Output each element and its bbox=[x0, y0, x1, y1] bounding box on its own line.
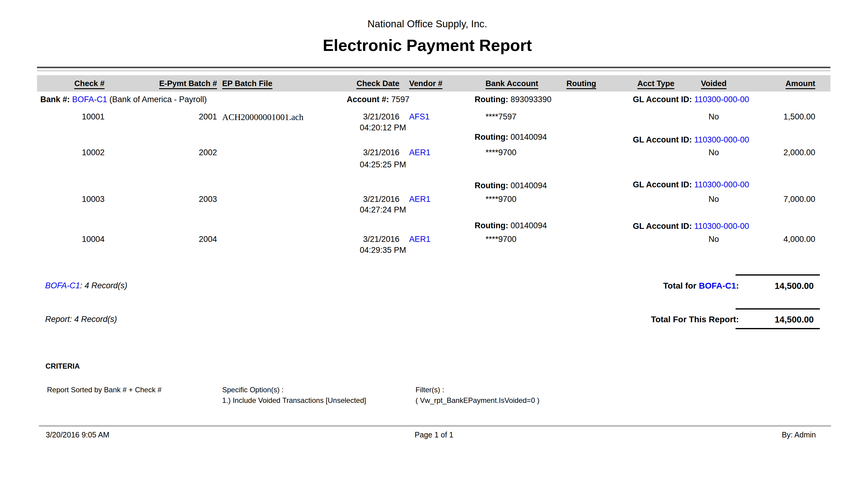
table-row-time: 04:29:35 PM bbox=[0, 245, 868, 258]
col-header-amount: Amount bbox=[752, 75, 815, 92]
table-row: 10003 2003 3/21/2016 AER1 ****9700 No 7,… bbox=[0, 194, 868, 207]
gl-account-link[interactable]: 110300-000-00 bbox=[694, 180, 749, 189]
report-total-label: Total For This Report: bbox=[603, 315, 739, 324]
row-routing: Routing: 00140094 bbox=[475, 221, 547, 231]
vendor-link[interactable]: AER1 bbox=[409, 235, 452, 244]
row-gl-account: GL Account ID: 110300-000-00 bbox=[633, 135, 749, 145]
check-date: 3/21/2016 bbox=[327, 148, 399, 157]
report-title: Electronic Payment Report bbox=[0, 36, 855, 55]
check-number: 10002 bbox=[42, 148, 104, 157]
col-header-check-date: Check Date bbox=[327, 75, 399, 92]
criteria-filters-label: Filter(s) : bbox=[415, 386, 444, 394]
voided-flag: No bbox=[694, 235, 734, 244]
voided-flag: No bbox=[694, 148, 734, 157]
table-row: 10002 2002 3/21/2016 AER1 ****9700 No 2,… bbox=[0, 148, 868, 160]
col-header-acct-type: Acct Type bbox=[638, 75, 680, 92]
footer-page-number: Page 1 of 1 bbox=[0, 430, 868, 439]
bank-name: (Bank of America - Payroll) bbox=[107, 95, 207, 104]
total-rule-top bbox=[736, 274, 820, 276]
account-number: Account #: 7597 bbox=[347, 95, 409, 104]
group-record-count: BOFA-C1: 4 Record(s) bbox=[45, 281, 127, 291]
check-time: 04:20:12 PM bbox=[327, 123, 406, 132]
group-total-row: BOFA-C1: 4 Record(s) Total for BOFA-C1: … bbox=[0, 281, 868, 293]
check-time: 04:27:24 PM bbox=[327, 205, 406, 215]
table-row-time: 04:25:25 PM bbox=[0, 160, 868, 172]
bank-account: ****9700 bbox=[486, 148, 555, 157]
col-header-routing: Routing bbox=[566, 75, 603, 92]
bank-account: ****7597 bbox=[486, 112, 555, 122]
divider-dark bbox=[37, 67, 830, 68]
check-number: 10003 bbox=[42, 194, 104, 204]
bank-account: ****9700 bbox=[486, 194, 555, 204]
footer-divider bbox=[39, 425, 831, 427]
criteria-options-label: Specific Option(s) : bbox=[222, 386, 284, 394]
voided-flag: No bbox=[694, 194, 734, 204]
criteria-heading: CRITERIA bbox=[45, 362, 80, 370]
row-routing-line: Routing: 00140094 GL Account ID: 110300-… bbox=[0, 221, 868, 233]
amount: 7,000.00 bbox=[752, 194, 815, 204]
col-header-batch: E-Pymt Batch # bbox=[146, 75, 217, 92]
footer: 3/20/2016 9:05 AM Page 1 of 1 By: Admin bbox=[0, 430, 868, 443]
divider-light bbox=[37, 70, 830, 71]
footer-run-by: By: Admin bbox=[740, 430, 816, 439]
report-total-row: Report: 4 Record(s) Total For This Repor… bbox=[0, 315, 868, 327]
vendor-link[interactable]: AER1 bbox=[409, 194, 452, 204]
report-total-amount: 14,500.00 bbox=[752, 315, 814, 325]
col-header-voided: Voided bbox=[694, 75, 734, 92]
batch-number: 2001 bbox=[146, 112, 217, 122]
company-name: National Office Supply, Inc. bbox=[0, 18, 855, 30]
criteria-row: 1.) Include Voided Transactions [Unselec… bbox=[0, 396, 868, 408]
col-header-vendor: Vendor # bbox=[409, 75, 452, 92]
amount: 4,000.00 bbox=[752, 235, 815, 244]
table-row: 10001 2001 ACH20000001001.ach 3/21/2016 … bbox=[0, 112, 868, 124]
check-time: 04:25:25 PM bbox=[327, 160, 406, 170]
bank-label: Bank #: bbox=[40, 95, 70, 104]
gl-account-link[interactable]: 110300-000-00 bbox=[694, 135, 749, 144]
batch-number: 2003 bbox=[146, 194, 217, 204]
table-row: 10004 2004 3/21/2016 AER1 ****9700 No 4,… bbox=[0, 235, 868, 247]
voided-flag: No bbox=[694, 112, 734, 122]
bank-routing: Routing: 893093390 bbox=[475, 95, 552, 104]
check-number: 10004 bbox=[42, 235, 104, 244]
bank-code-link[interactable]: BOFA-C1 bbox=[72, 95, 107, 104]
criteria-row: Report Sorted by Bank # + Check # Specif… bbox=[0, 386, 868, 398]
batch-number: 2002 bbox=[146, 148, 217, 157]
report-record-count: Report: 4 Record(s) bbox=[45, 315, 117, 324]
col-header-check: Check # bbox=[42, 75, 104, 92]
group-code-link[interactable]: BOFA-C1 bbox=[45, 281, 80, 290]
bank-account: ****9700 bbox=[486, 235, 555, 244]
bank-group-header: Bank #: BOFA-C1 (Bank of America - Payro… bbox=[0, 95, 868, 107]
table-row-time: 04:27:24 PM bbox=[0, 205, 868, 217]
gl-account: GL Account ID: 110300-000-00 bbox=[633, 95, 749, 104]
gl-account-link[interactable]: 110300-000-00 bbox=[694, 221, 749, 231]
row-routing: Routing: 00140094 bbox=[475, 181, 547, 190]
row-routing-line: Routing: 00140094 GL Account ID: 110300-… bbox=[0, 132, 868, 145]
check-date: 3/21/2016 bbox=[327, 194, 399, 204]
vendor-link[interactable]: AFS1 bbox=[409, 112, 452, 122]
batch-number: 2004 bbox=[146, 235, 217, 244]
criteria-sort: Report Sorted by Bank # + Check # bbox=[47, 386, 161, 394]
row-routing: Routing: 00140094 bbox=[475, 132, 547, 142]
table-header-row: Check # E-Pymt Batch # EP Batch File Che… bbox=[0, 75, 868, 92]
total-rule-bottom bbox=[736, 328, 820, 329]
check-date: 3/21/2016 bbox=[327, 235, 399, 244]
total-rule-top bbox=[736, 308, 820, 309]
row-gl-account: GL Account ID: 110300-000-00 bbox=[633, 221, 749, 231]
amount: 1,500.00 bbox=[752, 112, 815, 122]
bank-number: Bank #: BOFA-C1 (Bank of America - Payro… bbox=[40, 95, 207, 104]
group-total-label: Total for BOFA-C1: bbox=[603, 281, 739, 291]
report-page: { "colors": { "link_blue": "#0000EE", "h… bbox=[0, 0, 868, 482]
group-total-amount: 14,500.00 bbox=[752, 281, 814, 291]
criteria-filter-1: ( Vw_rpt_BankEPayment.IsVoided=0 ) bbox=[415, 396, 539, 405]
col-header-bank-account: Bank Account bbox=[486, 75, 555, 92]
row-routing-line: Routing: 00140094 GL Account ID: 110300-… bbox=[0, 180, 868, 192]
amount: 2,000.00 bbox=[752, 148, 815, 157]
group-code-link[interactable]: BOFA-C1 bbox=[699, 281, 736, 291]
criteria-option-1: 1.) Include Voided Transactions [Unselec… bbox=[222, 396, 366, 405]
check-number: 10001 bbox=[42, 112, 104, 122]
check-time: 04:29:35 PM bbox=[327, 245, 406, 255]
gl-account-link[interactable]: 110300-000-00 bbox=[694, 95, 749, 104]
vendor-link[interactable]: AER1 bbox=[409, 148, 452, 157]
check-date: 3/21/2016 bbox=[327, 112, 399, 122]
row-gl-account: GL Account ID: 110300-000-00 bbox=[633, 180, 749, 189]
